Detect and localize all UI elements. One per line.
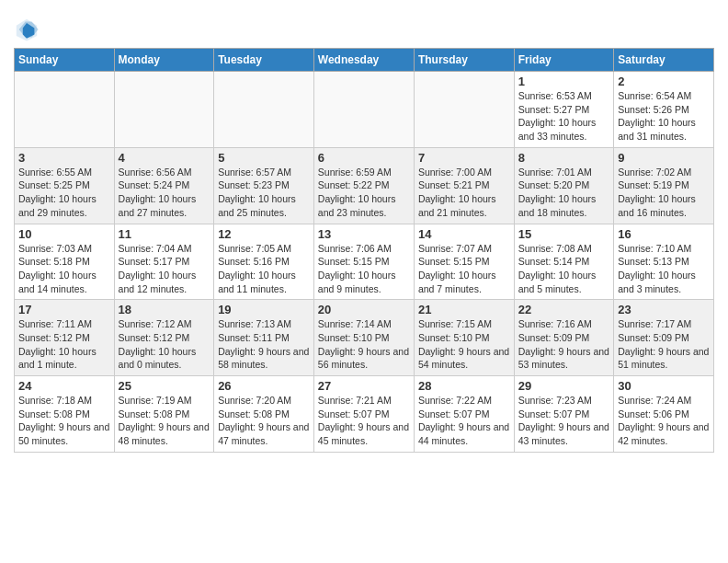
day-content: Sunrise: 7:04 AMSunset: 5:17 PMDaylight:… <box>119 242 210 296</box>
day-number: 1 <box>518 75 609 88</box>
sunrise-text: Sunrise: 7:17 AM <box>618 318 691 329</box>
daylight-text: Daylight: 10 hours and 29 minutes. <box>18 193 97 218</box>
calendar-cell: 12Sunrise: 7:05 AMSunset: 5:16 PMDayligh… <box>214 224 314 300</box>
sunset-text: Sunset: 5:12 PM <box>119 332 190 343</box>
sunset-text: Sunset: 5:25 PM <box>18 179 90 190</box>
day-number: 17 <box>18 303 110 316</box>
calendar-cell: 15Sunrise: 7:08 AMSunset: 5:14 PMDayligh… <box>514 224 613 300</box>
sunrise-text: Sunrise: 7:21 AM <box>318 395 392 406</box>
sunrise-text: Sunrise: 6:57 AM <box>218 167 291 178</box>
day-number: 8 <box>518 151 609 165</box>
calendar-week-row: 10Sunrise: 7:03 AMSunset: 5:18 PMDayligh… <box>15 224 714 300</box>
day-number: 6 <box>318 151 410 165</box>
daylight-text: Daylight: 9 hours and 50 minutes. <box>18 421 109 446</box>
sunset-text: Sunset: 5:09 PM <box>618 332 689 343</box>
day-number: 13 <box>318 227 410 241</box>
sunset-text: Sunset: 5:20 PM <box>518 179 590 190</box>
day-content: Sunrise: 6:59 AMSunset: 5:22 PMDaylight:… <box>318 166 410 220</box>
calendar-cell: 17Sunrise: 7:11 AMSunset: 5:12 PMDayligh… <box>15 300 115 376</box>
day-content: Sunrise: 7:21 AMSunset: 5:07 PMDaylight:… <box>318 394 410 448</box>
sunrise-text: Sunrise: 7:10 AM <box>618 243 691 254</box>
sunrise-text: Sunrise: 7:16 AM <box>518 318 592 329</box>
sunrise-text: Sunrise: 7:23 AM <box>518 395 592 406</box>
day-number: 4 <box>119 151 210 165</box>
daylight-text: Daylight: 9 hours and 54 minutes. <box>418 346 509 371</box>
day-number: 21 <box>418 303 510 316</box>
sunrise-text: Sunrise: 7:14 AM <box>318 318 392 329</box>
daylight-text: Daylight: 9 hours and 45 minutes. <box>318 421 409 446</box>
sunrise-text: Sunrise: 7:07 AM <box>418 243 492 254</box>
day-content: Sunrise: 7:11 AMSunset: 5:12 PMDaylight:… <box>18 317 110 372</box>
day-content: Sunrise: 7:02 AMSunset: 5:19 PMDaylight:… <box>618 166 710 220</box>
sunset-text: Sunset: 5:10 PM <box>318 332 390 343</box>
day-content: Sunrise: 7:07 AMSunset: 5:15 PMDaylight:… <box>418 242 510 296</box>
col-header-thursday: Thursday <box>414 49 514 72</box>
sunrise-text: Sunrise: 6:53 AM <box>518 90 592 101</box>
daylight-text: Daylight: 10 hours and 7 minutes. <box>418 270 496 294</box>
calendar-cell: 26Sunrise: 7:20 AMSunset: 5:08 PMDayligh… <box>214 376 314 453</box>
calendar-week-row: 24Sunrise: 7:18 AMSunset: 5:08 PMDayligh… <box>15 376 714 453</box>
sunset-text: Sunset: 5:06 PM <box>618 408 689 419</box>
calendar-cell: 19Sunrise: 7:13 AMSunset: 5:11 PMDayligh… <box>214 300 314 376</box>
sunset-text: Sunset: 5:27 PM <box>518 104 590 115</box>
sunset-text: Sunset: 5:07 PM <box>418 408 490 419</box>
day-content: Sunrise: 7:20 AMSunset: 5:08 PMDaylight:… <box>218 394 310 448</box>
daylight-text: Daylight: 10 hours and 9 minutes. <box>318 270 396 294</box>
sunset-text: Sunset: 5:12 PM <box>18 332 90 343</box>
daylight-text: Daylight: 10 hours and 21 minutes. <box>418 193 496 218</box>
col-header-monday: Monday <box>114 49 214 72</box>
day-number: 18 <box>119 303 210 316</box>
page-header <box>14 9 714 42</box>
day-content: Sunrise: 7:18 AMSunset: 5:08 PMDaylight:… <box>18 394 110 448</box>
calendar-header-row: SundayMondayTuesdayWednesdayThursdayFrid… <box>15 49 714 72</box>
daylight-text: Daylight: 10 hours and 33 minutes. <box>518 117 597 142</box>
sunrise-text: Sunrise: 7:04 AM <box>119 243 192 254</box>
day-number: 27 <box>318 379 410 393</box>
daylight-text: Daylight: 10 hours and 1 minute. <box>18 346 97 371</box>
calendar-table: SundayMondayTuesdayWednesdayThursdayFrid… <box>14 48 714 453</box>
sunrise-text: Sunrise: 7:08 AM <box>518 243 592 254</box>
calendar-cell <box>214 72 314 148</box>
sunrise-text: Sunrise: 7:11 AM <box>18 318 92 329</box>
sunset-text: Sunset: 5:24 PM <box>119 179 190 190</box>
logo <box>14 17 43 42</box>
col-header-tuesday: Tuesday <box>214 49 314 72</box>
day-number: 12 <box>218 227 310 241</box>
sunrise-text: Sunrise: 7:18 AM <box>18 395 92 406</box>
calendar-cell: 29Sunrise: 7:23 AMSunset: 5:07 PMDayligh… <box>514 376 613 453</box>
daylight-text: Daylight: 9 hours and 42 minutes. <box>618 421 709 446</box>
day-content: Sunrise: 6:56 AMSunset: 5:24 PMDaylight:… <box>119 166 210 220</box>
day-content: Sunrise: 7:10 AMSunset: 5:13 PMDaylight:… <box>618 242 710 296</box>
day-number: 15 <box>518 227 609 241</box>
calendar-cell: 23Sunrise: 7:17 AMSunset: 5:09 PMDayligh… <box>614 300 714 376</box>
day-number: 2 <box>618 75 710 88</box>
daylight-text: Daylight: 9 hours and 58 minutes. <box>218 346 309 371</box>
daylight-text: Daylight: 9 hours and 51 minutes. <box>618 346 709 371</box>
sunset-text: Sunset: 5:08 PM <box>218 408 290 419</box>
sunset-text: Sunset: 5:15 PM <box>418 256 490 267</box>
day-content: Sunrise: 7:16 AMSunset: 5:09 PMDaylight:… <box>518 317 609 372</box>
daylight-text: Daylight: 9 hours and 47 minutes. <box>218 421 309 446</box>
sunset-text: Sunset: 5:11 PM <box>218 332 290 343</box>
calendar-cell: 6Sunrise: 6:59 AMSunset: 5:22 PMDaylight… <box>313 147 414 224</box>
day-content: Sunrise: 7:00 AMSunset: 5:21 PMDaylight:… <box>418 166 510 220</box>
day-number: 14 <box>418 227 510 241</box>
calendar-cell: 16Sunrise: 7:10 AMSunset: 5:13 PMDayligh… <box>614 224 714 300</box>
sunrise-text: Sunrise: 7:13 AM <box>218 318 291 329</box>
calendar-cell: 10Sunrise: 7:03 AMSunset: 5:18 PMDayligh… <box>15 224 115 300</box>
sunrise-text: Sunrise: 6:55 AM <box>18 167 92 178</box>
calendar-week-row: 3Sunrise: 6:55 AMSunset: 5:25 PMDaylight… <box>15 147 714 224</box>
daylight-text: Daylight: 10 hours and 23 minutes. <box>318 193 396 218</box>
day-number: 23 <box>618 303 710 316</box>
day-content: Sunrise: 7:01 AMSunset: 5:20 PMDaylight:… <box>518 166 609 220</box>
day-content: Sunrise: 7:12 AMSunset: 5:12 PMDaylight:… <box>119 317 210 372</box>
daylight-text: Daylight: 9 hours and 53 minutes. <box>518 346 609 371</box>
calendar-cell: 1Sunrise: 6:53 AMSunset: 5:27 PMDaylight… <box>514 72 613 148</box>
sunset-text: Sunset: 5:10 PM <box>418 332 490 343</box>
calendar-cell <box>414 72 514 148</box>
calendar-cell <box>114 72 214 148</box>
sunrise-text: Sunrise: 7:06 AM <box>318 243 392 254</box>
sunset-text: Sunset: 5:17 PM <box>119 256 190 267</box>
calendar-cell: 8Sunrise: 7:01 AMSunset: 5:20 PMDaylight… <box>514 147 613 224</box>
calendar-cell: 21Sunrise: 7:15 AMSunset: 5:10 PMDayligh… <box>414 300 514 376</box>
